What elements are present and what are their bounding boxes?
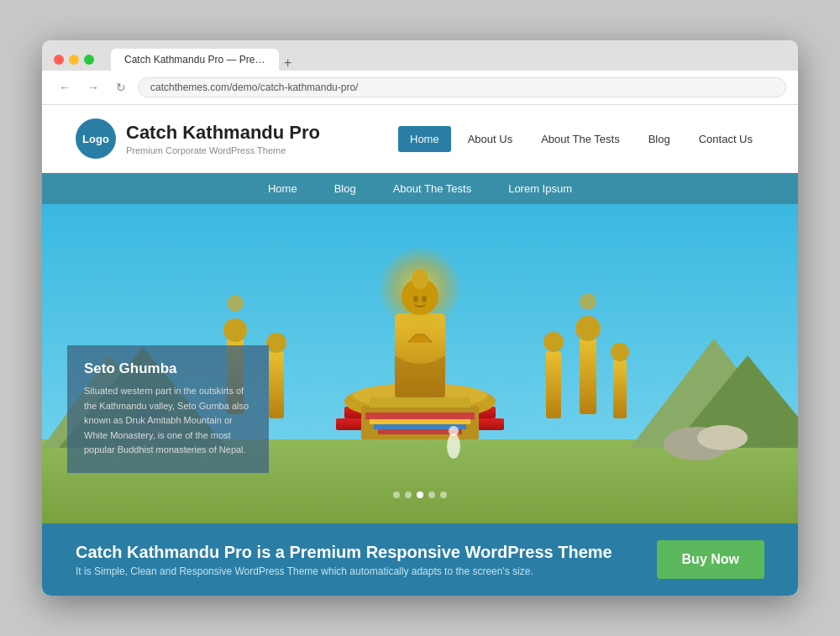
hero-background: Seto Ghumba Situated western part in the… — [42, 204, 798, 523]
slide-dot-5[interactable] — [440, 491, 447, 498]
refresh-button[interactable]: ↻ — [111, 79, 131, 96]
site-branding: Logo Catch Kathmandu Pro Premium Corpora… — [76, 118, 320, 159]
svg-point-18 — [223, 318, 247, 342]
sec-nav-about-tests[interactable]: About The Tests — [375, 173, 490, 204]
forward-button[interactable]: → — [82, 79, 104, 96]
nav-blog[interactable]: Blog — [637, 126, 682, 152]
slide-dot-3[interactable] — [417, 491, 423, 498]
slide-caption-title: Seto Ghumba — [84, 360, 252, 377]
slide-dot-4[interactable] — [428, 491, 435, 498]
svg-point-21 — [266, 333, 286, 353]
main-navigation: Home About Us About The Tests Blog Conta… — [398, 126, 764, 152]
slide-dots — [393, 491, 447, 498]
svg-rect-32 — [370, 419, 470, 424]
svg-point-37 — [447, 434, 460, 459]
add-tab-button[interactable]: + — [284, 55, 291, 71]
site-tagline: Premium Corporate WordPress Theme — [126, 145, 320, 155]
svg-rect-31 — [365, 413, 475, 419]
svg-rect-20 — [269, 351, 284, 418]
sec-nav-blog[interactable]: Blog — [316, 173, 375, 204]
svg-point-26 — [543, 332, 564, 352]
sec-nav-home[interactable]: Home — [249, 173, 316, 204]
site-title: Catch Kathmandu Pro — [126, 122, 320, 144]
slide-caption-text: Situated western part in the outskirts o… — [84, 384, 252, 458]
cta-bar: Catch Kathmandu Pro is a Premium Respons… — [42, 523, 798, 596]
cta-subtitle: It is Simple, Clean and Responsive WordP… — [76, 565, 612, 577]
nav-home[interactable]: Home — [398, 126, 451, 152]
browser-window: Catch Kathmandu Pro — Premium Corporate … — [42, 40, 798, 596]
site-title-block: Catch Kathmandu Pro Premium Corporate Wo… — [126, 122, 320, 155]
logo: Logo — [76, 118, 116, 159]
back-button[interactable]: ← — [54, 79, 76, 96]
svg-point-28 — [611, 343, 629, 361]
svg-point-19 — [227, 295, 244, 312]
svg-point-24 — [580, 293, 596, 310]
active-tab[interactable]: Catch Kathmandu Pro — Premium Corporate … — [111, 49, 279, 71]
svg-point-14 — [413, 296, 418, 302]
svg-point-15 — [422, 296, 427, 302]
svg-point-40 — [697, 425, 748, 450]
svg-rect-25 — [546, 351, 561, 418]
svg-point-16 — [412, 269, 428, 289]
slide-dot-2[interactable] — [405, 491, 412, 498]
svg-rect-22 — [580, 339, 596, 414]
website: Logo Catch Kathmandu Pro Premium Corpora… — [42, 105, 798, 596]
nav-contact[interactable]: Contact Us — [687, 126, 764, 152]
close-button[interactable] — [54, 55, 64, 65]
browser-tabs: Catch Kathmandu Pro — Premium Corporate … — [111, 49, 786, 71]
hero-section: Seto Ghumba Situated western part in the… — [42, 204, 798, 523]
buy-now-button[interactable]: Buy Now — [657, 540, 764, 579]
address-bar[interactable]: catchthemes.com/demo/catch-kathmandu-pro… — [138, 77, 786, 97]
slide-caption: Seto Ghumba Situated western part in the… — [67, 345, 269, 473]
browser-chrome: Catch Kathmandu Pro — Premium Corporate … — [42, 40, 798, 71]
maximize-button[interactable] — [84, 55, 94, 65]
svg-point-23 — [575, 316, 601, 341]
cta-title: Catch Kathmandu Pro is a Premium Respons… — [76, 543, 612, 562]
nav-about-us[interactable]: About Us — [456, 126, 524, 152]
sec-nav-lorem-ipsum[interactable]: Lorem Ipsum — [490, 173, 591, 204]
site-header: Logo Catch Kathmandu Pro Premium Corpora… — [42, 105, 798, 173]
svg-rect-27 — [613, 360, 627, 418]
cta-text-block: Catch Kathmandu Pro is a Premium Respons… — [76, 543, 612, 577]
browser-toolbar: ← → ↻ catchthemes.com/demo/catch-kathman… — [42, 71, 798, 105]
secondary-navigation: Home Blog About The Tests Lorem Ipsum — [42, 173, 798, 204]
svg-rect-30 — [370, 397, 470, 407]
svg-point-38 — [449, 426, 459, 436]
traffic-lights — [54, 55, 94, 65]
slide-dot-1[interactable] — [393, 491, 400, 498]
minimize-button[interactable] — [69, 55, 79, 65]
nav-about-tests[interactable]: About The Tests — [529, 126, 631, 152]
